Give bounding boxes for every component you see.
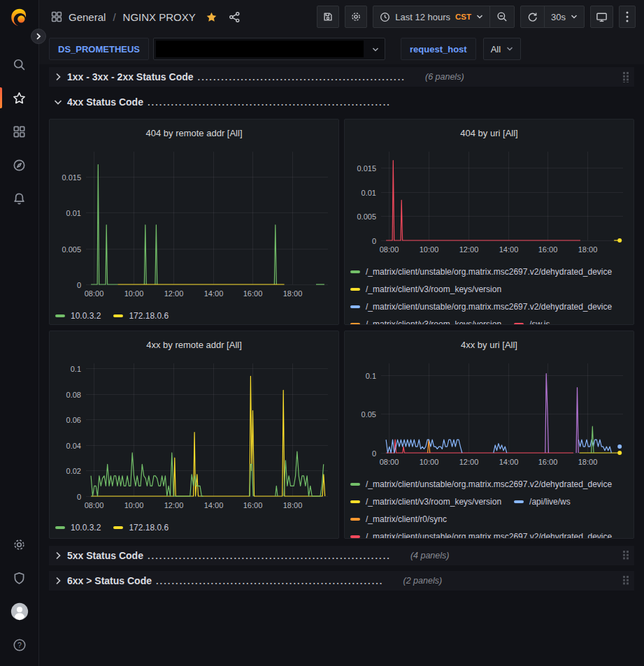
variable-value-request-host[interactable]: All [483, 38, 521, 60]
grafana-logo-icon[interactable] [9, 7, 30, 28]
share-icon[interactable] [229, 11, 241, 23]
row-4xx[interactable]: 4xx Status Code ........................… [49, 92, 634, 112]
svg-text:0: 0 [77, 281, 81, 289]
chevron-down-icon [476, 14, 483, 20]
svg-text:08:00: 08:00 [380, 245, 399, 254]
breadcrumb: General / NGINX PROXY [50, 10, 241, 23]
svg-text:0.05: 0.05 [362, 410, 376, 419]
legend-item[interactable]: /_matrix/client/unstable/org.matrix.msc2… [350, 302, 612, 312]
panel-title[interactable]: 4xx by remote addr [All] [55, 338, 333, 352]
drag-handle-icon[interactable] [622, 550, 630, 561]
row-5xx[interactable]: 5xx Status Code ........................… [49, 546, 634, 565]
legend-color-swatch [350, 535, 360, 538]
legend-label: /sw.js [529, 319, 550, 326]
variable-label-ds-prometheus[interactable]: DS_PROMETHEUS [49, 38, 149, 60]
legend-item[interactable]: 10.0.3.2 [55, 311, 101, 321]
row-1xx-3xx-2xx[interactable]: 1xx - 3xx - 2xx Status Code ............… [49, 67, 634, 87]
favorite-star-icon[interactable] [206, 11, 217, 23]
svg-text:16:00: 16:00 [243, 289, 263, 298]
bell-icon [13, 192, 26, 205]
breadcrumb-separator: / [113, 11, 115, 23]
legend-item[interactable]: /sw.js [514, 319, 550, 326]
timezone-label: CST [455, 13, 471, 21]
legend-label: /api/live/ws [529, 497, 571, 507]
zoom-out-icon [496, 11, 508, 22]
legend-item[interactable]: /_matrix/client/unstable/org.matrix.msc2… [350, 479, 612, 489]
sidebar-item-profile[interactable] [0, 595, 38, 628]
svg-text:18:00: 18:00 [283, 289, 303, 298]
legend-item[interactable]: /_matrix/client/r0/sync [350, 514, 447, 524]
legend-item[interactable]: /_matrix/client/unstable/org.matrix.msc2… [350, 267, 612, 277]
legend-row: 10.0.3.2172.18.0.6 [55, 521, 333, 533]
legend-item[interactable]: 172.18.0.6 [113, 311, 169, 321]
zoom-out-button[interactable] [489, 6, 514, 27]
timeseries-plot[interactable]: 00.050.108:0010:0012:0014:0016:0018:00 [350, 363, 629, 470]
drag-handle-icon[interactable] [622, 71, 630, 82]
timeseries-plot[interactable]: 00.0050.010.01508:0010:0012:0014:0016:00… [350, 152, 629, 257]
panel-title[interactable]: 404 by uri [All] [350, 126, 628, 140]
sidebar-item-alerting[interactable] [0, 182, 38, 215]
sidebar-item-starred[interactable] [0, 81, 38, 115]
variables-bar: DS_PROMETHEUS request_host All [39, 34, 644, 64]
panel-title[interactable]: 404 by remote addr [All] [55, 126, 333, 140]
legend-item[interactable]: 172.18.0.6 [113, 523, 169, 533]
row-leader-dots: ........................................… [198, 72, 406, 82]
time-picker-group: Last 12 hours CST [373, 6, 515, 28]
legend-row: /_matrix/client/unstable/org.matrix.msc2… [350, 478, 628, 490]
time-range-button[interactable]: Last 12 hours CST [373, 6, 489, 27]
chevron-down-icon [372, 47, 379, 52]
panel-legend: 10.0.3.2172.18.0.6 [55, 521, 333, 539]
timeseries-plot[interactable]: 00.020.040.060.080.108:0010:0012:0014:00… [55, 363, 334, 513]
legend-item[interactable]: /_matrix/client/v3/room_keys/version [350, 497, 501, 507]
legend-label: /_matrix/client/unstable/org.matrix.msc2… [366, 532, 612, 540]
legend-item[interactable]: /_matrix/client/v3/room_keys/version [350, 284, 501, 294]
page-title[interactable]: NGINX PROXY [123, 11, 196, 23]
svg-text:0: 0 [372, 237, 376, 245]
svg-text:16:00: 16:00 [538, 245, 558, 254]
kebab-menu-icon [626, 11, 629, 22]
legend-color-swatch [350, 270, 360, 273]
dashboard-settings-button[interactable] [345, 6, 367, 28]
request-host-value: All [491, 44, 501, 55]
legend-row: /_matrix/client/v3/room_keys/version [350, 283, 628, 295]
sidebar-expand-button[interactable] [31, 29, 46, 44]
sidebar-item-dashboards[interactable] [0, 115, 38, 148]
panel-title[interactable]: 4xx by uri [All] [350, 338, 628, 352]
sidebar-item-explore[interactable] [0, 148, 38, 182]
more-options-button[interactable] [619, 6, 636, 28]
legend-item[interactable]: /api/live/ws [514, 497, 571, 507]
sidebar-item-server-admin[interactable] [0, 561, 38, 595]
sidebar-item-configuration[interactable] [0, 528, 38, 561]
sidebar-item-search[interactable] [0, 48, 38, 81]
row-6xx[interactable]: 6xx > Status Code ......................… [49, 571, 634, 591]
row-title: 5xx Status Code [67, 550, 143, 561]
svg-text:18:00: 18:00 [283, 501, 303, 509]
save-dashboard-button[interactable] [317, 6, 339, 28]
sidebar-nav [0, 48, 38, 215]
variable-value-ds-prometheus[interactable] [153, 38, 385, 60]
sidebar-item-help[interactable]: ? [0, 628, 38, 662]
variable-label-request-host[interactable]: request_host [401, 38, 476, 60]
chevron-down-icon [53, 97, 63, 107]
svg-text:0.01: 0.01 [362, 189, 376, 197]
breadcrumb-section[interactable]: General [69, 11, 106, 23]
refresh-button[interactable] [521, 6, 544, 27]
panel-legend: /_matrix/client/unstable/org.matrix.msc2… [350, 478, 628, 539]
legend-label: /_matrix/client/unstable/org.matrix.msc2… [366, 302, 612, 312]
dashboard-toolbar: Last 12 hours CST 30s [317, 6, 636, 28]
refresh-interval-button[interactable]: 30s [544, 6, 584, 27]
legend-item[interactable]: 10.0.3.2 [55, 523, 101, 533]
legend-item[interactable]: /_matrix/client/unstable/org.matrix.msc2… [350, 532, 612, 540]
svg-text:0.02: 0.02 [66, 467, 81, 475]
timeseries-plot[interactable]: 00.0050.010.01508:0010:0012:0014:0016:00… [55, 152, 334, 301]
legend-item[interactable]: /_matrix/client/v3/room_keys/version [350, 319, 501, 326]
chevron-right-icon [53, 551, 63, 560]
legend-label: 10.0.3.2 [71, 523, 101, 533]
svg-text:0.06: 0.06 [66, 416, 81, 424]
panel-legend: /_matrix/client/unstable/org.matrix.msc2… [350, 266, 628, 325]
legend-label: /_matrix/client/unstable/org.matrix.msc2… [366, 479, 612, 489]
drag-handle-icon[interactable] [622, 575, 630, 586]
svg-text:0.015: 0.015 [357, 164, 376, 173]
svg-text:?: ? [17, 641, 22, 649]
cycle-view-mode-button[interactable] [590, 6, 613, 28]
